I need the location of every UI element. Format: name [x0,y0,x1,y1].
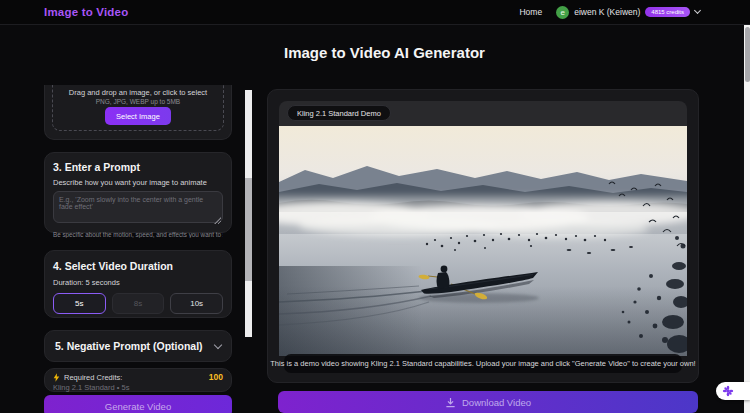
dropzone-title: Drag and drop an image, or click to sele… [53,88,223,97]
duration-option-8s[interactable]: 8s [112,293,165,314]
page-title: Image to Video AI Generator [284,44,485,61]
prompt-card: 3. Enter a Prompt Describe how you want … [44,152,232,233]
scrollbar-thumb[interactable] [245,178,252,281]
nav-home-link[interactable]: Home [519,7,542,17]
image-dropzone[interactable]: Drag and drop an image, or click to sele… [52,85,224,131]
flower-asterisk-icon [722,385,734,397]
user-name: eiwen K (Keiwen) [574,7,640,17]
demo-video-wrapper: Kling 2.1 Standard Demo [279,101,687,356]
video-caption: This is a demo video showing Kling 2.1 S… [284,354,682,373]
required-credits-value: 100 [209,372,223,382]
dropzone-hint: PNG, JPG, WEBP up to 5MB [53,98,223,105]
negative-prompt-heading: 5. Negative Prompt (Optional) [55,340,203,352]
user-menu[interactable]: e eiwen K (Keiwen) 4815 credits [556,6,700,19]
left-panel: Drag and drop an image, or click to sele… [44,85,232,413]
duration-heading: 4. Select Video Duration [53,260,223,272]
negative-prompt-toggle[interactable]: 5. Negative Prompt (Optional) [44,330,232,362]
chevron-down-icon [694,7,701,14]
duration-option-10s[interactable]: 10s [170,293,223,314]
demo-badge: Kling 2.1 Standard Demo [287,105,391,121]
download-label: Download Video [462,397,531,408]
prompt-label: Describe how you want your image to anim… [53,178,223,187]
top-nav: Home e eiwen K (Keiwen) 4815 credits [519,6,700,19]
duration-label: Duration: 5 seconds [53,278,223,287]
chevron-down-icon [214,340,222,348]
lightning-bolt-icon [53,373,60,382]
topbar: Image to Video Home e eiwen K (Keiwen) 4… [0,0,750,25]
download-icon [445,397,456,408]
prompt-heading: 3. Enter a Prompt [53,161,223,173]
prompt-hint: Be specific about the motion, speed, and… [53,231,223,238]
upload-card: Drag and drop an image, or click to sele… [44,85,232,140]
prompt-input[interactable] [53,191,223,223]
app-logo[interactable]: Image to Video [44,6,128,18]
required-credits-label: Required Credits: [64,373,205,382]
required-credits-card: Required Credits: 100 Kling 2.1 Standard… [44,368,232,392]
avatar: e [556,6,569,19]
duration-card: 4. Select Video Duration Duration: 5 sec… [44,250,232,318]
demo-card: Kling 2.1 Standard Demo [267,89,699,383]
duration-options: 5s 8s 10s [53,293,223,314]
credits-badge: 4815 credits [645,7,690,17]
left-panel-scrollbar[interactable] [245,90,252,337]
app-root: Image to Video Home e eiwen K (Keiwen) 4… [0,0,750,413]
scrollbar-thumb[interactable] [745,27,750,82]
download-video-button[interactable]: Download Video [278,391,698,413]
select-image-button[interactable]: Select Image [105,107,171,125]
generate-video-button[interactable]: Generate Video [44,395,232,413]
duration-option-5s[interactable]: 5s [53,293,106,314]
floating-widget-button[interactable] [716,382,750,400]
model-duration-detail: Kling 2.1 Standard • 5s [53,383,223,392]
demo-video[interactable] [279,126,687,356]
page-scrollbar[interactable] [744,25,750,413]
